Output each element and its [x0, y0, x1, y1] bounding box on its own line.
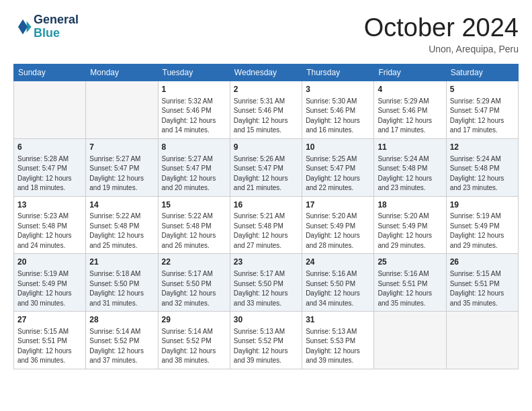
calendar-cell: 13Sunrise: 5:23 AMSunset: 5:48 PMDayligh… — [14, 196, 86, 254]
calendar-week-row: 6Sunrise: 5:28 AMSunset: 5:47 PMDaylight… — [14, 138, 519, 196]
calendar-cell — [14, 81, 86, 139]
calendar-cell: 23Sunrise: 5:17 AMSunset: 5:50 PMDayligh… — [230, 254, 302, 312]
day-number: 31 — [306, 314, 370, 326]
calendar-cell: 6Sunrise: 5:28 AMSunset: 5:47 PMDaylight… — [14, 138, 86, 196]
calendar-cell: 21Sunrise: 5:18 AMSunset: 5:50 PMDayligh… — [86, 254, 158, 312]
logo: General Blue — [13, 13, 79, 40]
header-friday: Friday — [374, 64, 446, 81]
day-info: Sunrise: 5:16 AMSunset: 5:50 PMDaylight:… — [306, 269, 370, 308]
calendar-week-row: 13Sunrise: 5:23 AMSunset: 5:48 PMDayligh… — [14, 196, 519, 254]
day-number: 27 — [17, 314, 82, 326]
calendar-week-row: 1Sunrise: 5:32 AMSunset: 5:46 PMDaylight… — [14, 81, 519, 139]
day-number: 14 — [89, 199, 154, 211]
day-number: 11 — [378, 142, 442, 153]
day-number: 16 — [234, 199, 298, 211]
day-info: Sunrise: 5:13 AMSunset: 5:53 PMDaylight:… — [306, 327, 370, 366]
day-number: 10 — [306, 142, 370, 153]
day-info: Sunrise: 5:20 AMSunset: 5:49 PMDaylight:… — [306, 212, 370, 250]
day-number: 23 — [234, 257, 298, 268]
calendar-cell: 15Sunrise: 5:22 AMSunset: 5:48 PMDayligh… — [158, 196, 230, 254]
calendar-cell: 9Sunrise: 5:26 AMSunset: 5:47 PMDaylight… — [230, 138, 302, 196]
day-number: 24 — [306, 257, 370, 268]
day-info: Sunrise: 5:17 AMSunset: 5:50 PMDaylight:… — [162, 269, 226, 308]
logo-blue: Blue — [34, 27, 79, 40]
calendar-cell: 24Sunrise: 5:16 AMSunset: 5:50 PMDayligh… — [302, 254, 374, 312]
day-info: Sunrise: 5:29 AMSunset: 5:46 PMDaylight:… — [378, 97, 442, 136]
calendar-cell: 28Sunrise: 5:14 AMSunset: 5:52 PMDayligh… — [86, 312, 158, 369]
day-number: 8 — [162, 142, 226, 153]
day-number: 12 — [450, 142, 515, 153]
calendar-week-row: 27Sunrise: 5:15 AMSunset: 5:51 PMDayligh… — [14, 312, 519, 369]
calendar-cell: 20Sunrise: 5:19 AMSunset: 5:49 PMDayligh… — [14, 254, 86, 312]
day-number: 28 — [89, 314, 154, 326]
header-tuesday: Tuesday — [158, 64, 230, 81]
calendar-header-row: Sunday Monday Tuesday Wednesday Thursday… — [14, 64, 519, 81]
calendar-week-row: 20Sunrise: 5:19 AMSunset: 5:49 PMDayligh… — [14, 254, 519, 312]
calendar-cell: 18Sunrise: 5:20 AMSunset: 5:49 PMDayligh… — [374, 196, 446, 254]
calendar-cell: 5Sunrise: 5:29 AMSunset: 5:47 PMDaylight… — [446, 81, 518, 139]
calendar-cell: 26Sunrise: 5:15 AMSunset: 5:51 PMDayligh… — [446, 254, 518, 312]
header-thursday: Thursday — [302, 64, 374, 81]
day-info: Sunrise: 5:19 AMSunset: 5:49 PMDaylight:… — [17, 269, 82, 308]
calendar-cell: 30Sunrise: 5:13 AMSunset: 5:52 PMDayligh… — [230, 312, 302, 369]
calendar-cell: 22Sunrise: 5:17 AMSunset: 5:50 PMDayligh… — [158, 254, 230, 312]
calendar-cell: 16Sunrise: 5:21 AMSunset: 5:48 PMDayligh… — [230, 196, 302, 254]
day-info: Sunrise: 5:31 AMSunset: 5:46 PMDaylight:… — [234, 97, 298, 136]
day-number: 22 — [162, 257, 226, 268]
day-info: Sunrise: 5:22 AMSunset: 5:48 PMDaylight:… — [89, 212, 154, 250]
calendar-cell: 1Sunrise: 5:32 AMSunset: 5:46 PMDaylight… — [158, 81, 230, 139]
day-number: 2 — [234, 84, 298, 95]
calendar-cell — [86, 81, 158, 139]
calendar-cell: 27Sunrise: 5:15 AMSunset: 5:51 PMDayligh… — [14, 312, 86, 369]
calendar-cell: 3Sunrise: 5:30 AMSunset: 5:46 PMDaylight… — [302, 81, 374, 139]
day-number: 13 — [17, 199, 82, 211]
day-info: Sunrise: 5:27 AMSunset: 5:47 PMDaylight:… — [162, 154, 226, 193]
day-info: Sunrise: 5:32 AMSunset: 5:46 PMDaylight:… — [162, 97, 226, 136]
day-number: 26 — [450, 257, 515, 268]
day-number: 7 — [89, 142, 154, 153]
calendar-cell — [374, 312, 446, 369]
header-monday: Monday — [86, 64, 158, 81]
day-info: Sunrise: 5:16 AMSunset: 5:51 PMDaylight:… — [378, 269, 442, 308]
location-subtitle: Unon, Arequipa, Peru — [364, 44, 519, 54]
day-info: Sunrise: 5:27 AMSunset: 5:47 PMDaylight:… — [89, 154, 154, 193]
calendar-cell: 25Sunrise: 5:16 AMSunset: 5:51 PMDayligh… — [374, 254, 446, 312]
day-number: 25 — [378, 257, 442, 268]
header-saturday: Saturday — [446, 64, 518, 81]
calendar-cell: 8Sunrise: 5:27 AMSunset: 5:47 PMDaylight… — [158, 138, 230, 196]
day-number: 18 — [378, 199, 442, 211]
day-info: Sunrise: 5:29 AMSunset: 5:47 PMDaylight:… — [450, 97, 515, 136]
calendar-cell: 10Sunrise: 5:25 AMSunset: 5:47 PMDayligh… — [302, 138, 374, 196]
day-info: Sunrise: 5:22 AMSunset: 5:48 PMDaylight:… — [162, 212, 226, 250]
calendar-cell: 19Sunrise: 5:19 AMSunset: 5:49 PMDayligh… — [446, 196, 518, 254]
calendar-cell: 31Sunrise: 5:13 AMSunset: 5:53 PMDayligh… — [302, 312, 374, 369]
calendar-cell — [446, 312, 518, 369]
svg-marker-1 — [18, 19, 28, 34]
day-number: 19 — [450, 199, 515, 211]
day-info: Sunrise: 5:17 AMSunset: 5:50 PMDaylight:… — [234, 269, 298, 308]
day-info: Sunrise: 5:24 AMSunset: 5:48 PMDaylight:… — [450, 154, 515, 193]
day-info: Sunrise: 5:24 AMSunset: 5:48 PMDaylight:… — [378, 154, 442, 193]
day-info: Sunrise: 5:30 AMSunset: 5:46 PMDaylight:… — [306, 97, 370, 136]
day-number: 29 — [162, 314, 226, 326]
day-number: 20 — [17, 257, 82, 268]
day-info: Sunrise: 5:15 AMSunset: 5:51 PMDaylight:… — [17, 327, 82, 366]
calendar-cell: 17Sunrise: 5:20 AMSunset: 5:49 PMDayligh… — [302, 196, 374, 254]
calendar-table: Sunday Monday Tuesday Wednesday Thursday… — [13, 64, 519, 369]
day-info: Sunrise: 5:15 AMSunset: 5:51 PMDaylight:… — [450, 269, 515, 308]
day-number: 9 — [234, 142, 298, 153]
calendar-cell: 29Sunrise: 5:14 AMSunset: 5:52 PMDayligh… — [158, 312, 230, 369]
day-number: 17 — [306, 199, 370, 211]
day-number: 6 — [17, 142, 82, 153]
day-number: 30 — [234, 314, 298, 326]
day-number: 1 — [162, 84, 226, 95]
logo-general: General — [34, 13, 79, 27]
day-number: 21 — [89, 257, 154, 268]
logo-icon — [13, 17, 32, 36]
day-info: Sunrise: 5:19 AMSunset: 5:49 PMDaylight:… — [450, 212, 515, 250]
month-title: October 2024 — [364, 13, 519, 42]
calendar-cell: 7Sunrise: 5:27 AMSunset: 5:47 PMDaylight… — [86, 138, 158, 196]
calendar-cell: 14Sunrise: 5:22 AMSunset: 5:48 PMDayligh… — [86, 196, 158, 254]
day-info: Sunrise: 5:20 AMSunset: 5:49 PMDaylight:… — [378, 212, 442, 250]
day-info: Sunrise: 5:13 AMSunset: 5:52 PMDaylight:… — [234, 327, 298, 366]
